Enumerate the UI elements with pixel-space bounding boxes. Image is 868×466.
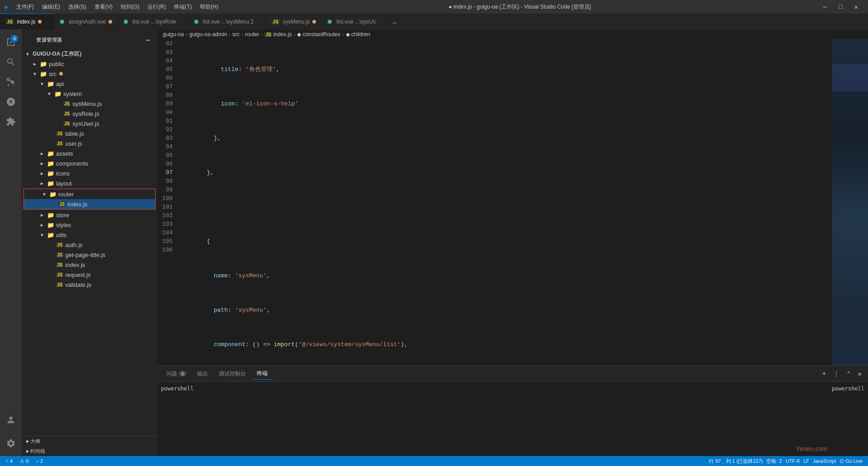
- timeline-section[interactable]: ► 时间线: [22, 446, 157, 456]
- activity-search[interactable]: [2, 53, 20, 71]
- breadcrumb-admin[interactable]: guigu-oa-admin: [189, 31, 227, 38]
- more-tabs-button[interactable]: …: [388, 14, 401, 29]
- error-count: 0: [26, 458, 28, 464]
- activity-explorer[interactable]: [2, 33, 20, 51]
- folder-layout[interactable]: ► 📁 layout: [22, 178, 157, 188]
- menu-help[interactable]: 帮助(H): [196, 2, 222, 12]
- folder-system[interactable]: ▼ 📁 system: [22, 89, 157, 99]
- tab-list-sysmenu2[interactable]: ⬢ list.vue ...\sysMenu 2: [189, 14, 266, 29]
- restore-button[interactable]: □: [833, 2, 848, 12]
- warnings-status[interactable]: ○ 2: [34, 458, 45, 464]
- breadcrumb-router[interactable]: router: [245, 31, 259, 38]
- panel-tab-terminal[interactable]: 终端: [251, 368, 273, 380]
- workspace-root[interactable]: ▼ GUIGU-OA (工作区): [22, 49, 157, 59]
- activity-extensions[interactable]: [2, 113, 20, 131]
- folder-label: api: [56, 81, 64, 87]
- golive-status[interactable]: ⌬ Go Live: [838, 458, 864, 464]
- close-panel-button[interactable]: ✕: [855, 369, 864, 379]
- js-icon: JS: [56, 282, 63, 287]
- saved-indicator: [378, 20, 382, 24]
- breadcrumb-children[interactable]: ◆children: [346, 31, 370, 38]
- file-utils-index-js[interactable]: JS index.js: [22, 260, 157, 270]
- breadcrumb-guigu-oa[interactable]: guigu-oa: [163, 31, 184, 38]
- line-num-82: 82: [157, 39, 176, 48]
- minimap-content: [832, 39, 868, 366]
- outline-section[interactable]: ► 大纲: [22, 436, 157, 446]
- menu-edit[interactable]: 编辑(E): [38, 2, 64, 12]
- panel-tab-problems[interactable]: 问题 6: [161, 368, 192, 380]
- folder-router[interactable]: ▼ 📁 router: [24, 189, 155, 199]
- activity-debug[interactable]: [2, 93, 20, 111]
- file-user-js[interactable]: JS user.js: [22, 138, 157, 148]
- file-request-js[interactable]: JS request.js: [22, 270, 157, 280]
- golive-text: Go Live: [845, 458, 863, 464]
- activity-account[interactable]: [2, 411, 20, 429]
- menu-select[interactable]: 选择(S): [65, 2, 90, 12]
- cursor-position[interactable]: 行 97，列 1 (已选择227): [707, 458, 764, 465]
- main-area: 资源管理器 ⋯ ▼ GUIGU-OA (工作区) ► 📁 public ▼ 📁 …: [0, 29, 868, 456]
- tab-list-sysrole[interactable]: ⬢ list.vue ...\sysRole: [118, 14, 189, 29]
- file-sysrole-js[interactable]: JS sysRole.js: [22, 109, 157, 119]
- activity-settings[interactable]: [2, 434, 20, 452]
- source-control-status[interactable]: ⑃ 4: [4, 458, 14, 464]
- code-line-86: [180, 203, 832, 211]
- minimize-button[interactable]: —: [818, 2, 832, 12]
- menu-file[interactable]: 文件(F): [13, 2, 38, 12]
- titlebar-controls: — □ ✕: [818, 2, 863, 12]
- tab-assignauth-vue[interactable]: ⬢ assignAuth.vue: [54, 14, 118, 29]
- breadcrumb-constantroutes[interactable]: ◆constantRoutes: [297, 31, 340, 38]
- menu-goto[interactable]: 转到(G): [117, 2, 143, 12]
- folder-assets[interactable]: ► 📁 assets: [22, 148, 157, 158]
- line-num-100: 100: [157, 194, 176, 203]
- folder-label: styles: [56, 222, 71, 228]
- menu-view[interactable]: 查看(V): [91, 2, 116, 12]
- file-validate-js[interactable]: JS validate.js: [22, 280, 157, 290]
- menu-terminal[interactable]: 终端(T): [170, 2, 195, 12]
- js-icon: JS: [56, 252, 63, 257]
- folder-utils[interactable]: ▼ 📁 utils: [22, 230, 157, 240]
- folder-api[interactable]: ▼ 📁 api: [22, 79, 157, 89]
- expand-chevron: ►: [40, 213, 47, 218]
- activity-source-control[interactable]: [2, 73, 20, 91]
- panel-tab-output[interactable]: 输出: [192, 368, 213, 380]
- panel-content[interactable]: powershell powershell: [157, 382, 868, 456]
- debug-console-label: 调试控制台: [219, 370, 246, 378]
- indent-status[interactable]: 空格: 2: [764, 458, 783, 465]
- code-area[interactable]: title: '角色管理', icon: 'el-icon-s-help' },: [180, 39, 832, 366]
- breadcrumb-indexjs[interactable]: JSindex.js: [264, 31, 292, 38]
- line-num-97: 97: [157, 168, 176, 177]
- language-status[interactable]: JavaScript: [811, 458, 838, 464]
- tab-index-js[interactable]: JS index.js: [0, 14, 54, 29]
- file-get-page-title-js[interactable]: JS get-page-title.js: [22, 250, 157, 260]
- tab-sysmenu-js[interactable]: JS sysMenu.js: [266, 14, 322, 29]
- file-sysmenu-js[interactable]: JS sysMenu.js: [22, 99, 157, 109]
- folder-icons[interactable]: ► 📁 icons: [22, 168, 157, 178]
- line-ending-status[interactable]: LF: [802, 458, 811, 464]
- line-num-89: 89: [157, 100, 176, 108]
- titlebar: ▶ 文件(F) 编辑(E) 选择(S) 查看(V) 转到(G) 运行(R) 终端…: [0, 0, 868, 14]
- folder-store[interactable]: ► 📁 store: [22, 210, 157, 220]
- maximize-panel-button[interactable]: ⌃: [844, 369, 853, 379]
- js-icon: JS: [56, 243, 63, 247]
- sidebar-more-button[interactable]: ⋯: [146, 36, 150, 45]
- js-icon: JS: [58, 202, 66, 207]
- tabbar: JS index.js ⬢ assignAuth.vue ⬢ list.vue …: [0, 14, 868, 29]
- split-terminal-button[interactable]: ⋮: [830, 369, 842, 379]
- symbol-icon: ◆: [297, 31, 301, 38]
- folder-public[interactable]: ► 📁 public: [22, 59, 157, 69]
- file-router-index-js[interactable]: JS index.js: [24, 199, 155, 209]
- file-auth-js[interactable]: JS auth.js: [22, 240, 157, 250]
- errors-status[interactable]: ⚠ 0: [18, 458, 30, 464]
- file-sysuser-js[interactable]: JS sysUser.js: [22, 119, 157, 128]
- tab-list-sysus[interactable]: ⬢ list.vue ...\sysUs: [322, 14, 388, 29]
- folder-components[interactable]: ► 📁 components: [22, 158, 157, 168]
- folder-src[interactable]: ▼ 📁 src: [22, 69, 157, 79]
- add-terminal-button[interactable]: +: [820, 369, 829, 378]
- menu-run[interactable]: 运行(R): [144, 2, 170, 12]
- panel-tab-debug-console[interactable]: 调试控制台: [213, 368, 251, 380]
- file-table-js[interactable]: JS table.js: [22, 128, 157, 138]
- folder-styles[interactable]: ► 📁 styles: [22, 220, 157, 230]
- encoding-status[interactable]: UTF-8: [784, 458, 802, 464]
- close-button[interactable]: ✕: [849, 2, 863, 12]
- breadcrumb-src[interactable]: src: [232, 31, 240, 38]
